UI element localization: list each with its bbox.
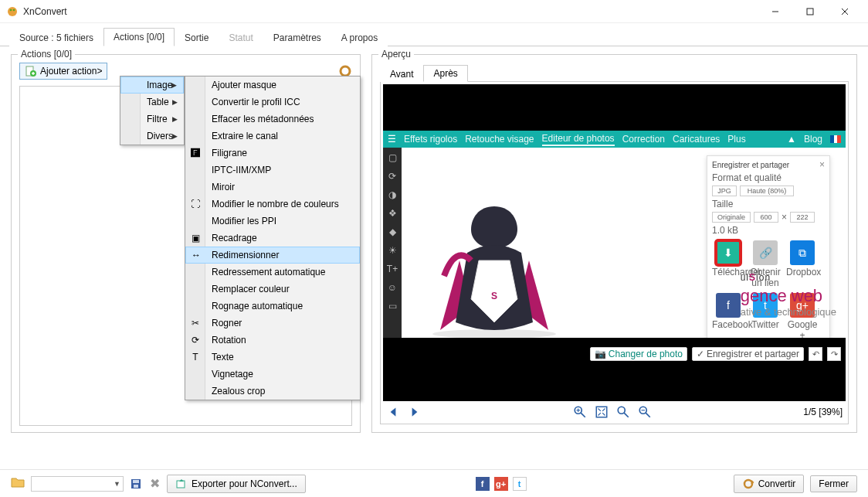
svg-rect-4 xyxy=(807,9,813,15)
action-icon xyxy=(189,368,202,380)
minimize-button[interactable] xyxy=(758,0,792,23)
delete-icon[interactable]: ✖ xyxy=(148,478,161,490)
tab-status[interactable]: Statut xyxy=(219,29,263,46)
image-action-item[interactable]: Remplacer couleur xyxy=(185,281,360,298)
plus-page-icon xyxy=(25,65,37,77)
zoom-out-button[interactable] xyxy=(638,405,652,419)
open-folder-button[interactable] xyxy=(11,476,25,491)
menu-item-label: Convertir le profil ICC xyxy=(212,97,300,107)
image-action-item[interactable]: ✂Rogner xyxy=(185,315,360,332)
webtop-e: Caricatures xyxy=(673,134,720,145)
sharpen-icon: ◆ xyxy=(389,226,396,237)
menu-item-label: IPTC-IIM/XMP xyxy=(212,165,271,175)
image-action-item[interactable]: ⟳Rotation xyxy=(185,332,360,349)
image-action-item[interactable]: Rognage automatique xyxy=(185,298,360,315)
menu-item-label: Remplacer couleur xyxy=(212,284,290,294)
tab-after[interactable]: Après xyxy=(423,65,467,82)
tab-about[interactable]: A propos xyxy=(331,29,388,46)
tab-source[interactable]: Source : 5 fichiers xyxy=(9,29,103,46)
chevron-right-icon: ▶ xyxy=(171,81,177,89)
rotate-icon: ⟳ xyxy=(388,171,396,182)
image-action-item[interactable]: Redressement automatique xyxy=(185,264,360,281)
action-icon xyxy=(189,300,202,312)
tab-params[interactable]: Paramètres xyxy=(263,29,331,46)
action-icon xyxy=(189,283,202,295)
image-action-item[interactable]: ↔Redimensionner xyxy=(185,247,360,264)
window-title: XnConvert xyxy=(23,6,758,17)
hero-illustration: S xyxy=(425,191,564,338)
convert-button[interactable]: Convertir xyxy=(734,475,805,493)
menu1-misc[interactable]: Divers▶ xyxy=(120,128,184,145)
googleplus-icon[interactable]: g+ xyxy=(494,477,508,491)
image-action-item[interactable]: 🅵Filigrane xyxy=(185,145,360,162)
close-button[interactable] xyxy=(827,0,862,23)
menu1-filter[interactable]: Filtre▶ xyxy=(120,111,184,128)
drop-icon: ❖ xyxy=(388,208,397,219)
zoom-100-button[interactable] xyxy=(616,405,630,419)
image-action-item[interactable]: Effacer les métadonnées xyxy=(185,111,360,128)
image-action-item[interactable]: ⛶Modifier le nombre de couleurs xyxy=(185,196,360,213)
menu-item-label: Extraire le canal xyxy=(212,131,278,141)
twitter-icon[interactable]: t xyxy=(513,477,527,491)
web-canvas: S × Enregistrer et partager Format et qu… xyxy=(402,148,846,338)
menu1-image[interactable]: Image▶ xyxy=(120,77,184,94)
image-action-item[interactable]: TTexte xyxy=(185,349,360,366)
chevron-right-icon: ▶ xyxy=(172,132,178,140)
image-action-item[interactable]: IPTC-IIM/XMP xyxy=(185,162,360,179)
image-action-item[interactable]: Zealous crop xyxy=(185,383,360,400)
action-icon: T xyxy=(189,351,202,363)
action-icon xyxy=(189,164,202,176)
tab-actions[interactable]: Actions [0/0] xyxy=(103,28,175,46)
web-topbar: ☰ Effets rigolos Retouche visage Editeur… xyxy=(383,131,846,148)
web-bottom-actions: 📷Changer de photo ✓Enregistrer et partag… xyxy=(590,347,841,361)
image-action-item[interactable]: ▣Recadrage xyxy=(185,230,360,247)
menu-item-label: Rogner xyxy=(212,318,242,328)
zoom-fit-button[interactable] xyxy=(595,405,609,419)
menu1-table[interactable]: Table▶ xyxy=(120,94,184,111)
format-select: JPG xyxy=(712,186,737,196)
bottombar: ▼ ✖ Exporter pour NConvert... f g+ t Con… xyxy=(0,469,868,497)
action-icon xyxy=(189,79,202,91)
convert-icon xyxy=(742,478,754,490)
web-leftbar: ▢ ⟳ ◑ ❖ ◆ ☀ T+ ☺ ▭ xyxy=(383,148,402,338)
image-action-item[interactable]: Vignetage xyxy=(185,366,360,383)
change-photo-pill: 📷Changer de photo xyxy=(590,347,687,361)
panel-fmtq: Format et qualité xyxy=(712,172,825,183)
chevron-down-icon: ▼ xyxy=(114,480,120,488)
flag-icon xyxy=(830,135,841,143)
add-action-button[interactable]: Ajouter action> xyxy=(19,63,107,80)
action-icon: 🅵 xyxy=(189,147,202,159)
image-action-item[interactable]: Modifier les PPI xyxy=(185,213,360,230)
facebook-icon[interactable]: f xyxy=(476,477,490,491)
export-nconvert-button[interactable]: Exporter pour NConvert... xyxy=(167,475,306,493)
save-icon[interactable] xyxy=(130,478,142,490)
prev-image-button[interactable] xyxy=(386,405,400,419)
tab-before[interactable]: Avant xyxy=(380,66,423,82)
android-icon: ▲ xyxy=(787,134,796,145)
main-tabstrip: Source : 5 fichiers Actions [0/0] Sortie… xyxy=(0,26,868,46)
image-action-item[interactable]: Ajouter masque xyxy=(185,77,360,94)
size-mode: Originale xyxy=(712,212,751,223)
text-icon: T+ xyxy=(387,264,398,274)
image-action-item[interactable]: Extraire le canal xyxy=(185,128,360,145)
svg-line-19 xyxy=(624,413,629,417)
webtop-b: Retouche visage xyxy=(465,134,534,145)
maximize-button[interactable] xyxy=(792,0,827,23)
action-icon: ✂ xyxy=(189,317,202,329)
image-action-item[interactable]: Miroir xyxy=(185,179,360,196)
script-combo[interactable]: ▼ xyxy=(31,476,124,492)
facebook-icon: f xyxy=(716,293,741,318)
menu-item-label: Redimensionner xyxy=(212,250,279,260)
close-button-bottom[interactable]: Fermer xyxy=(810,475,857,492)
zoom-in-button[interactable] xyxy=(573,405,587,419)
panel-size: Taille xyxy=(712,199,825,209)
action-icon xyxy=(189,181,202,193)
next-image-button[interactable] xyxy=(408,405,422,419)
tab-output[interactable]: Sortie xyxy=(175,29,219,46)
action-category-menu[interactable]: Image▶ Table▶ Filtre▶ Divers▶ xyxy=(120,76,185,145)
image-actions-menu[interactable]: Ajouter masqueConvertir le profil ICCEff… xyxy=(185,76,361,400)
menu-item-label: Miroir xyxy=(212,182,235,192)
image-action-item[interactable]: Convertir le profil ICC xyxy=(185,94,360,111)
svg-point-2 xyxy=(13,9,15,11)
action-icon: ↔ xyxy=(190,249,202,261)
